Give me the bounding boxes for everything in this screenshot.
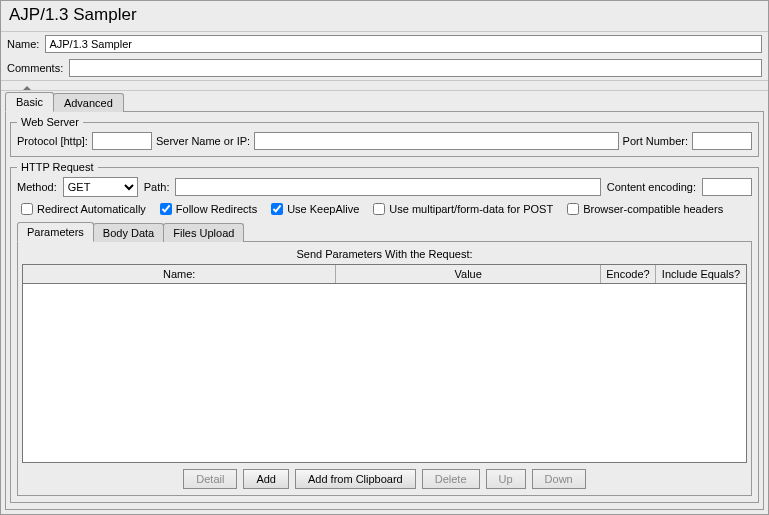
cb-browser-headers-box[interactable] (567, 203, 579, 215)
add-button[interactable]: Add (243, 469, 289, 489)
encoding-label: Content encoding: (607, 181, 696, 193)
protocol-input[interactable] (92, 132, 152, 150)
col-encode[interactable]: Encode? (601, 265, 656, 283)
up-button[interactable]: Up (486, 469, 526, 489)
tab-basic[interactable]: Basic (5, 92, 54, 112)
parameters-table[interactable]: Name: Value Encode? Include Equals? (22, 264, 747, 463)
name-input[interactable] (45, 35, 762, 53)
table-buttons: Detail Add Add from Clipboard Delete Up … (22, 463, 747, 491)
method-label: Method: (17, 181, 57, 193)
cb-multipart[interactable]: Use multipart/form-data for POST (373, 203, 553, 215)
main-tabstrip: Basic Advanced (1, 91, 768, 111)
delete-button[interactable]: Delete (422, 469, 480, 489)
cb-redirect-auto-box[interactable] (21, 203, 33, 215)
parameters-title: Send Parameters With the Request: (22, 246, 747, 264)
web-server-legend: Web Server (17, 116, 83, 128)
panel-title: AJP/1.3 Sampler (1, 1, 768, 32)
cb-redirect-auto[interactable]: Redirect Automatically (21, 203, 146, 215)
port-label: Port Number: (623, 135, 688, 147)
col-name[interactable]: Name: (23, 265, 336, 283)
http-request-group: HTTP Request Method: GET Path: Content e… (10, 161, 759, 503)
tab-advanced[interactable]: Advanced (53, 93, 124, 112)
http-request-legend: HTTP Request (17, 161, 98, 173)
collapse-notch-icon[interactable] (1, 85, 768, 91)
tab-parameters[interactable]: Parameters (17, 222, 94, 242)
down-button[interactable]: Down (532, 469, 586, 489)
tab-basic-body: Web Server Protocol [http]: Server Name … (5, 111, 764, 510)
cb-browser-headers[interactable]: Browser-compatible headers (567, 203, 723, 215)
encoding-input[interactable] (702, 178, 752, 196)
cb-multipart-box[interactable] (373, 203, 385, 215)
cb-keepalive-box[interactable] (271, 203, 283, 215)
server-label: Server Name or IP: (156, 135, 250, 147)
path-label: Path: (144, 181, 170, 193)
server-input[interactable] (254, 132, 619, 150)
inner-tabstrip: Parameters Body Data Files Upload (17, 221, 752, 241)
col-value[interactable]: Value (336, 265, 601, 283)
table-body[interactable] (23, 284, 746, 462)
method-select[interactable]: GET (63, 177, 138, 197)
add-from-clipboard-button[interactable]: Add from Clipboard (295, 469, 416, 489)
comments-label: Comments: (7, 62, 63, 74)
tab-body-data[interactable]: Body Data (93, 223, 164, 242)
sampler-panel: AJP/1.3 Sampler Name: Comments: Basic Ad… (0, 0, 769, 515)
cb-follow-redirects-box[interactable] (160, 203, 172, 215)
name-label: Name: (7, 38, 39, 50)
web-server-group: Web Server Protocol [http]: Server Name … (10, 116, 759, 157)
port-input[interactable] (692, 132, 752, 150)
parameters-body: Send Parameters With the Request: Name: … (17, 241, 752, 496)
tab-files-upload[interactable]: Files Upload (163, 223, 244, 242)
path-input[interactable] (175, 178, 600, 196)
comments-input[interactable] (69, 59, 762, 77)
protocol-label: Protocol [http]: (17, 135, 88, 147)
detail-button[interactable]: Detail (183, 469, 237, 489)
col-include-equals[interactable]: Include Equals? (656, 265, 746, 283)
cb-keepalive[interactable]: Use KeepAlive (271, 203, 359, 215)
cb-follow-redirects[interactable]: Follow Redirects (160, 203, 257, 215)
table-header: Name: Value Encode? Include Equals? (23, 265, 746, 284)
